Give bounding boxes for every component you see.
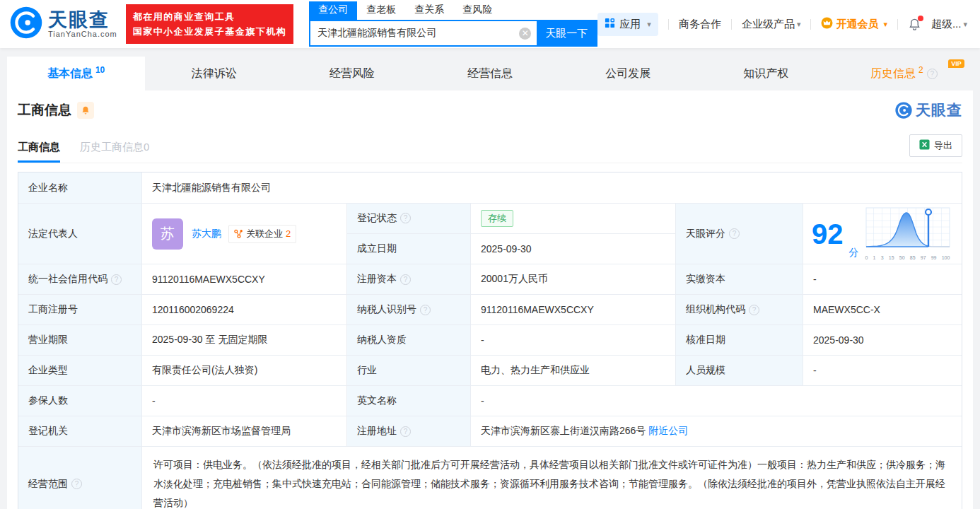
field-label: 经营范围 — [18, 447, 142, 509]
tab-history-info[interactable]: VIP 历史信息2 — [835, 57, 973, 90]
tab-operating-risk[interactable]: 经营风险 — [283, 57, 421, 90]
top-header: 天眼查 TianYanCha.com 都在用的商业查询工具 国家中小企业发展子基… — [0, 0, 980, 48]
legal-rep-cell: 苏 苏大鹏 关联企业2 — [142, 204, 347, 264]
reg-capital-value: 20001万人民币 — [471, 264, 676, 295]
divider — [897, 19, 898, 30]
tab-legal-litigation[interactable]: 法律诉讼 — [145, 57, 283, 90]
help-icon[interactable] — [400, 426, 411, 437]
notifications-bell-icon[interactable] — [908, 18, 921, 31]
logo-subtitle: TianYanCha.com — [48, 30, 117, 38]
score-axis-ticks: 0131550859799100 — [865, 255, 951, 260]
tab-basic-info[interactable]: 基本信息10 — [7, 57, 145, 90]
help-icon[interactable] — [400, 274, 411, 285]
promo-banner: 都在用的商业查询工具 国家中小企业发展子基金旗下机构 — [126, 4, 294, 44]
reg-address-cell: 天津市滨海新区寨上街道汉南路266号 附近公司 — [471, 416, 962, 447]
section-title: 工商信息 — [18, 101, 71, 119]
crown-icon — [821, 17, 833, 31]
legal-rep-link[interactable]: 苏大鹏 — [192, 228, 221, 240]
field-label: 企业名称 — [18, 172, 142, 204]
search-tab-boss[interactable]: 查老板 — [357, 1, 405, 20]
clear-search-icon[interactable]: ✕ — [519, 28, 531, 40]
apps-label: 应用 — [619, 18, 641, 31]
industry-value: 电力、热力生产和供应业 — [471, 356, 676, 386]
divider — [668, 19, 669, 30]
reg-number-value: 120116002069224 — [142, 295, 347, 325]
tab-operating-info[interactable]: 经营信息 — [421, 57, 559, 90]
apps-grid-icon — [605, 18, 615, 30]
search-tab-relation[interactable]: 查关系 — [405, 1, 453, 20]
establish-date-value: 2025-09-30 — [471, 234, 675, 264]
help-icon[interactable] — [729, 228, 740, 239]
help-icon[interactable] — [927, 69, 938, 79]
search-tab-risk[interactable]: 查风险 — [453, 1, 501, 20]
field-label: 行业 — [347, 356, 471, 386]
tianyancha-watermark-icon — [895, 102, 912, 119]
subtab-history-business-info[interactable]: 历史工商信息0 — [80, 141, 149, 163]
field-label: 营业期限 — [18, 325, 142, 356]
tab-count: 2 — [918, 65, 923, 75]
help-icon[interactable] — [420, 305, 431, 315]
content-panel: 工商信息 天眼查 工商信息 历史工商信息0 导出 企业名称 天津北疆能源销售有限… — [7, 90, 973, 509]
org-code-value: MAEWX5CC-X — [803, 295, 962, 325]
field-label: 英文名称 — [347, 386, 471, 416]
network-icon — [234, 229, 243, 238]
divider — [731, 19, 732, 30]
search-tabs: 查公司 查老板 查关系 查风险 — [309, 1, 597, 20]
subtab-business-info[interactable]: 工商信息 — [18, 141, 60, 163]
score-unit: 分 — [849, 247, 859, 259]
tianyancha-logo-icon — [10, 6, 42, 42]
notification-dot — [918, 16, 923, 21]
reg-authority-value: 天津市滨海新区市场监督管理局 — [142, 416, 347, 447]
tyc-score-cell: 92 分 — [803, 204, 962, 264]
nav-user-menu[interactable]: 超级... — [931, 18, 967, 31]
tab-intellectual-property[interactable]: 知识产权 — [697, 57, 835, 90]
company-type-value: 有限责任公司(法人独资) — [142, 356, 347, 386]
field-label: 法定代表人 — [18, 204, 142, 264]
business-term-value: 2025-09-30 至 无固定期限 — [142, 325, 347, 356]
related-companies-badge[interactable]: 关联企业2 — [228, 225, 296, 243]
status-date-subgrid: 登记状态 存续 成立日期 2025-09-30 — [347, 204, 676, 264]
help-icon[interactable] — [111, 274, 122, 285]
search-button[interactable]: 天眼一下 — [537, 21, 596, 45]
score-distribution-chart: 0131550859799100 — [865, 207, 951, 260]
reg-status-value: 存续 — [471, 204, 675, 234]
tianyancha-watermark: 天眼查 — [895, 100, 962, 120]
taxpayer-id-value: 91120116MAEWX5CCXY — [471, 295, 676, 325]
tab-company-development[interactable]: 公司发展 — [559, 57, 697, 90]
vip-badge: VIP — [948, 59, 964, 68]
insured-count-value: - — [142, 386, 347, 416]
help-icon[interactable] — [400, 213, 411, 223]
apps-menu-button[interactable]: 应用 — [597, 13, 658, 36]
field-label: 工商注册号 — [18, 295, 142, 325]
divider — [810, 19, 811, 30]
search-tab-company[interactable]: 查公司 — [309, 1, 357, 20]
approval-date-value: 2025-09-30 — [803, 325, 962, 356]
field-label: 统一社会信用代码 — [18, 264, 142, 295]
logo-title: 天眼查 — [48, 10, 117, 30]
field-label: 组织机构代码 — [676, 295, 803, 325]
field-label: 纳税人识别号 — [347, 295, 471, 325]
export-button[interactable]: 导出 — [909, 134, 962, 157]
field-label: 登记状态 — [347, 204, 471, 234]
tianyancha-logo[interactable]: 天眼查 TianYanCha.com — [10, 6, 117, 42]
field-label: 成立日期 — [347, 234, 471, 264]
company-name-value: 天津北疆能源销售有限公司 — [142, 172, 962, 204]
nav-business-cooperation[interactable]: 商务合作 — [679, 18, 721, 31]
help-icon[interactable] — [749, 305, 759, 315]
taxpayer-quality-value: - — [471, 325, 676, 356]
nearby-companies-link[interactable]: 附近公司 — [648, 425, 688, 438]
excel-icon — [919, 139, 930, 152]
legal-rep-avatar[interactable]: 苏 — [152, 218, 183, 250]
field-label: 注册地址 — [347, 416, 471, 447]
field-label: 企业类型 — [18, 356, 142, 386]
field-label: 人员规模 — [676, 356, 803, 386]
search-area: 查公司 查老板 查关系 查风险 ✕ 天眼一下 — [309, 1, 597, 47]
field-label: 核准日期 — [676, 325, 803, 356]
nav-open-vip[interactable]: 开通会员 — [821, 17, 887, 31]
nav-enterprise-products[interactable]: 企业级产品 — [742, 18, 801, 31]
field-label: 天眼评分 — [676, 204, 803, 264]
subscribe-bell-icon[interactable] — [77, 102, 94, 119]
business-info-table: 企业名称 天津北疆能源销售有限公司 法定代表人 苏 苏大鹏 关联企业2 登记状态… — [18, 172, 962, 509]
help-icon[interactable] — [71, 479, 82, 489]
search-input[interactable] — [310, 21, 519, 45]
